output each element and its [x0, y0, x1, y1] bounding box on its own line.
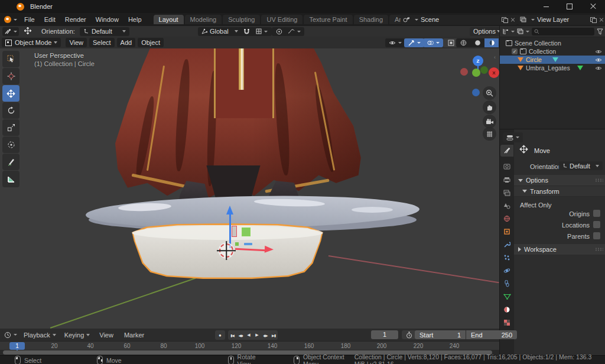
workspace-tab-shading[interactable]: Shading	[354, 15, 388, 24]
gizmo-z-arrow[interactable]	[229, 214, 231, 248]
timeline-menu-keying[interactable]: Keying	[61, 332, 94, 339]
scene-selector[interactable]: Scene	[401, 15, 518, 25]
frame-end-field[interactable]: End250	[466, 330, 517, 339]
shading-wireframe-button[interactable]	[456, 38, 470, 47]
nav-gizmo[interactable]: Z X	[458, 53, 499, 89]
nav-axis-y[interactable]	[472, 69, 480, 77]
zoom-button[interactable]	[483, 86, 496, 100]
tool-rotate[interactable]	[2, 102, 19, 119]
timeline-menu-playback[interactable]: Playback	[20, 332, 60, 339]
orientation-dropdown[interactable]: Default	[80, 27, 129, 36]
panel-header-transform[interactable]: Transform	[514, 186, 605, 197]
outliner-row-circle[interactable]: Circle	[500, 56, 605, 64]
maximize-button[interactable]	[558, 1, 581, 13]
outliner-search-input[interactable]	[532, 28, 594, 35]
close-button[interactable]	[581, 1, 605, 13]
menu-window[interactable]: Window	[91, 16, 123, 23]
collection-checkbox[interactable]: ✓	[512, 48, 518, 54]
tool-cursor[interactable]	[2, 68, 19, 84]
filter-icon[interactable]	[597, 28, 603, 35]
timeline-menu-view[interactable]: View	[95, 332, 118, 339]
orientation-dropdown[interactable]: Default	[559, 161, 603, 170]
workspace-tab-texturepaint[interactable]: Texture Paint	[304, 15, 352, 24]
panel-header-workspace[interactable]: Workspace	[514, 244, 605, 255]
current-frame-field[interactable]: 1	[371, 330, 398, 339]
tool-move[interactable]	[2, 85, 19, 102]
panel-grip[interactable]	[595, 248, 603, 251]
outliner-row-umbra-legates[interactable]: Umbra_Legates	[500, 64, 605, 72]
panel-header-options[interactable]: Options	[514, 175, 605, 186]
tool-select-box[interactable]	[2, 51, 19, 67]
workspace-tab-sculpting[interactable]: Sculpting	[223, 15, 260, 24]
record-button[interactable]: ●	[215, 330, 225, 340]
hide-eye-icon[interactable]	[595, 66, 602, 71]
tab-render[interactable]	[500, 161, 513, 173]
viewport-3d[interactable]: User Perspective (1) Collection | Circle…	[0, 48, 499, 329]
mode-dropdown[interactable]: Object Mode	[2, 38, 61, 47]
outliner-row-collection[interactable]: ✓ Collection	[500, 47, 605, 56]
outliner-editor-menu[interactable]	[502, 28, 515, 34]
nav-axis-minus-x[interactable]	[460, 68, 468, 76]
object-types-visibility-dropdown[interactable]	[385, 38, 405, 47]
frame-start-field[interactable]: Start1	[415, 330, 466, 339]
prev-keyframe-button[interactable]: ◀◆	[236, 330, 245, 340]
remove-scene-icon[interactable]	[510, 17, 515, 22]
app-menu-button[interactable]	[0, 16, 19, 23]
workspace-tab-modeling[interactable]: Modeling	[185, 15, 222, 24]
play-button[interactable]: ▶	[253, 330, 261, 340]
overlays-toggle-dropdown[interactable]	[423, 38, 443, 47]
current-frame-badge[interactable]: 1	[9, 342, 25, 350]
snap-target-dropdown[interactable]	[252, 27, 272, 36]
tool-measure[interactable]	[2, 171, 19, 187]
tool-annotate[interactable]	[2, 154, 19, 170]
workspace-tab-uvediting[interactable]: UV Editing	[261, 15, 302, 24]
nav-axis-minus-z[interactable]	[472, 89, 480, 96]
panel-grip[interactable]	[595, 178, 603, 182]
nav-axis-x[interactable]: X	[489, 67, 499, 78]
viewport-menu-object[interactable]: Object	[138, 38, 164, 47]
workspace-tab-layout[interactable]: Layout	[154, 15, 184, 24]
new-view-layer-icon[interactable]	[590, 17, 596, 22]
menu-render[interactable]: Render	[60, 16, 91, 23]
play-reverse-button[interactable]: ◀	[245, 330, 253, 340]
nav-axis-minus-y[interactable]	[480, 66, 488, 74]
parents-checkbox[interactable]	[593, 232, 600, 239]
pivot-dropdown[interactable]: Global	[198, 27, 242, 36]
view-layer-selector[interactable]: View Layer	[518, 15, 605, 25]
tab-scene[interactable]	[500, 200, 513, 212]
ortho-toggle-button[interactable]	[483, 127, 496, 141]
next-keyframe-button[interactable]: ◆▶	[261, 330, 269, 340]
outliner-display-mode[interactable]	[517, 28, 529, 34]
gizmo-plane-handle-blue[interactable]	[244, 243, 252, 245]
tab-material[interactable]	[500, 304, 513, 316]
camera-view-button[interactable]	[483, 115, 496, 128]
timeline-editor-menu[interactable]	[2, 330, 19, 339]
viewport-menu-add[interactable]: Add	[117, 38, 136, 47]
tab-object-data[interactable]	[500, 291, 513, 303]
viewport-menu-view[interactable]: View	[66, 38, 87, 47]
menu-edit[interactable]: Edit	[40, 16, 60, 23]
jump-to-end-button[interactable]: ▶▮	[269, 330, 278, 340]
jump-to-start-button[interactable]: ▮◀	[228, 330, 236, 340]
pan-button[interactable]	[483, 100, 496, 114]
shading-material-button[interactable]	[484, 38, 499, 47]
tab-texture[interactable]	[500, 317, 513, 329]
gizmos-toggle-dropdown[interactable]	[404, 38, 424, 47]
timeline-menu-marker[interactable]: Marker	[119, 332, 149, 339]
new-scene-icon[interactable]	[502, 17, 507, 22]
gizmo-plane-handle-red[interactable]	[232, 226, 237, 237]
tab-tool[interactable]	[500, 145, 513, 157]
menu-help[interactable]: Help	[123, 16, 147, 23]
tab-modifiers[interactable]	[500, 239, 513, 251]
falloff-dropdown[interactable]	[284, 27, 304, 36]
shading-solid-button[interactable]	[470, 38, 484, 47]
auto-keyframe-button[interactable]	[402, 330, 416, 339]
properties-editor-menu[interactable]	[503, 132, 523, 142]
tab-physics[interactable]	[500, 265, 513, 277]
tool-scale[interactable]	[2, 119, 19, 136]
nav-axis-z[interactable]: Z	[473, 56, 483, 66]
timeline-ruler[interactable]: 1 20 40 60 80 100 120 140 160 180 200 22…	[0, 341, 499, 350]
viewport-menu-select[interactable]: Select	[89, 38, 115, 47]
tab-particles[interactable]	[500, 252, 513, 264]
remove-view-layer-icon[interactable]	[599, 17, 604, 22]
